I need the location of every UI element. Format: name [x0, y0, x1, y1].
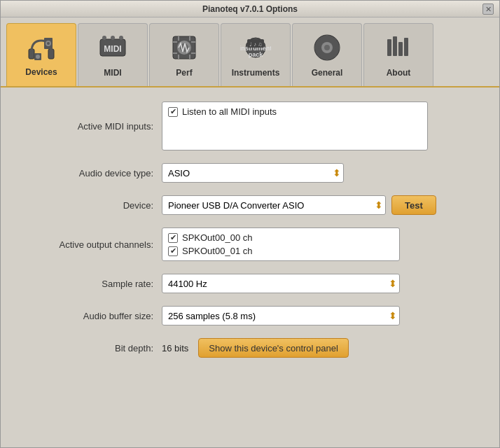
- tab-general-label: General: [312, 68, 343, 78]
- channel-1-checkbox[interactable]: ✔: [168, 233, 178, 243]
- bit-depth-value: 16 bits: [162, 343, 188, 354]
- bit-depth-controls: 16 bits Show this device's control panel: [162, 338, 349, 358]
- svg-rect-33: [314, 46, 319, 49]
- tab-instruments[interactable]: instrument pack ♩ ♪ ♫ Instruments: [221, 23, 291, 86]
- svg-point-30: [324, 45, 330, 50]
- tab-perf[interactable]: Perf: [149, 23, 219, 86]
- devices-icon: [26, 34, 57, 64]
- svg-text:pack: pack: [249, 51, 264, 58]
- tab-perf-label: Perf: [176, 68, 192, 78]
- channel-2-checkbox[interactable]: ✔: [168, 246, 178, 256]
- svg-rect-40: [393, 36, 397, 56]
- svg-point-3: [36, 55, 40, 59]
- audio-device-type-row: Audio device type: ASIO ⬍: [22, 163, 478, 183]
- svg-rect-32: [326, 56, 328, 60]
- sample-rate-label: Sample rate:: [22, 279, 162, 289]
- window-title: Pianoteq v7.0.1 Options: [202, 4, 298, 14]
- audio-device-type-label: Audio device type:: [22, 168, 162, 178]
- content-area: Active MIDI inputs: ✔ Listen to all MIDI…: [1, 86, 499, 447]
- bit-depth-label: Bit depth:: [22, 343, 162, 354]
- svg-rect-31: [326, 35, 328, 39]
- audio-device-type-wrapper: ASIO ⬍: [162, 163, 344, 183]
- device-select-wrapper: Pioneer USB D/A Converter ASIO ⬍: [162, 195, 386, 215]
- svg-text:MIDI: MIDI: [104, 44, 121, 54]
- about-icon: [383, 32, 414, 65]
- midi-checkbox[interactable]: ✔: [168, 107, 178, 117]
- tab-instruments-label: Instruments: [232, 68, 280, 78]
- tab-general[interactable]: General: [292, 23, 362, 86]
- buffer-size-wrapper: 256 samples (5.8 ms) ⬍: [162, 306, 400, 326]
- channel-1-item: ✔ SPKOut00_00 ch: [168, 232, 394, 243]
- general-icon: [312, 32, 342, 65]
- instruments-icon: instrument pack ♩ ♪ ♫: [240, 32, 271, 65]
- svg-rect-41: [398, 42, 403, 56]
- tab-about[interactable]: About: [363, 23, 433, 86]
- channel-2-label: SPKOut00_01 ch: [182, 246, 252, 256]
- perf-icon: [169, 32, 200, 65]
- tab-midi[interactable]: MIDI MIDI: [78, 23, 148, 86]
- bit-depth-row: Bit depth: 16 bits Show this device's co…: [22, 338, 478, 358]
- svg-rect-39: [387, 39, 391, 56]
- sample-rate-select[interactable]: 44100 Hz: [162, 274, 400, 293]
- main-window: Pianoteq v7.0.1 Options ✕ Devic: [0, 0, 500, 448]
- close-button[interactable]: ✕: [482, 4, 494, 15]
- tab-midi-label: MIDI: [104, 68, 121, 78]
- buffer-size-label: Audio buffer size:: [22, 311, 162, 321]
- svg-point-10: [111, 36, 115, 40]
- svg-point-11: [119, 36, 123, 40]
- device-controls: Pioneer USB D/A Converter ASIO ⬍ Test: [162, 195, 436, 215]
- midi-input-box: ✔ Listen to all MIDI inputs: [162, 102, 428, 150]
- device-label: Device:: [22, 200, 162, 211]
- sample-rate-wrapper: 44100 Hz ⬍: [162, 274, 400, 293]
- svg-rect-34: [335, 46, 340, 49]
- output-channels-row: Active output channels: ✔ SPKOut00_00 ch…: [22, 227, 478, 261]
- active-midi-label: Active MIDI inputs:: [22, 121, 162, 132]
- midi-icon: MIDI: [97, 32, 128, 65]
- svg-rect-42: [404, 38, 408, 56]
- tab-devices[interactable]: Devices: [6, 23, 76, 86]
- tab-devices-label: Devices: [25, 67, 57, 77]
- tab-bar: Devices MIDI MIDI: [1, 18, 499, 86]
- channel-1-label: SPKOut00_00 ch: [182, 232, 252, 243]
- svg-point-9: [102, 36, 106, 40]
- channels-box: ✔ SPKOut00_00 ch ✔ SPKOut00_01 ch: [162, 227, 400, 261]
- test-button[interactable]: Test: [391, 195, 436, 215]
- buffer-size-select[interactable]: 256 samples (5.8 ms): [162, 306, 400, 326]
- sample-rate-row: Sample rate: 44100 Hz ⬍: [22, 274, 478, 293]
- svg-text:♩ ♪ ♫: ♩ ♪ ♫: [249, 41, 262, 48]
- active-output-label: Active output channels:: [22, 239, 162, 250]
- midi-input-text: Listen to all MIDI inputs: [182, 106, 277, 117]
- svg-point-6: [47, 42, 50, 45]
- midi-inputs-row: Active MIDI inputs: ✔ Listen to all MIDI…: [22, 102, 478, 150]
- audio-device-type-select[interactable]: ASIO: [162, 163, 344, 183]
- title-bar: Pianoteq v7.0.1 Options ✕: [1, 1, 499, 18]
- device-row: Device: Pioneer USB D/A Converter ASIO ⬍…: [22, 195, 478, 215]
- tab-about-label: About: [387, 68, 411, 78]
- show-panel-button[interactable]: Show this device's control panel: [198, 338, 349, 358]
- buffer-size-row: Audio buffer size: 256 samples (5.8 ms) …: [22, 306, 478, 326]
- device-select[interactable]: Pioneer USB D/A Converter ASIO: [162, 195, 386, 215]
- channel-2-item: ✔ SPKOut00_01 ch: [168, 246, 394, 256]
- midi-input-item: ✔ Listen to all MIDI inputs: [168, 106, 422, 117]
